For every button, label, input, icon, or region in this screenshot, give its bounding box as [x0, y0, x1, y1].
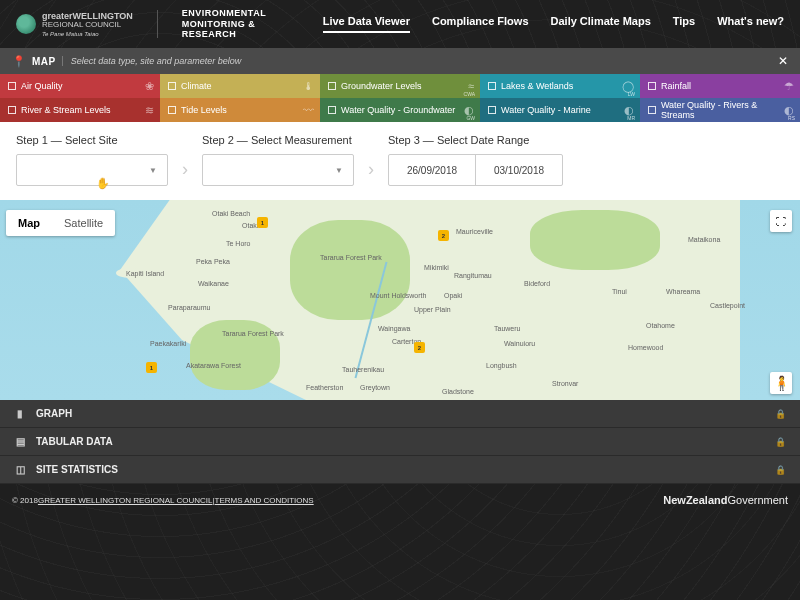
map-label: Homewood: [628, 344, 663, 351]
map-label: Kapiti Island: [126, 270, 164, 277]
category-label: Rainfall: [661, 81, 691, 91]
map-bar: 📍 MAP Select data type, site and paramet…: [0, 48, 800, 74]
category-water-quality-groundwater[interactable]: Water Quality - Groundwater◐GW: [320, 98, 480, 122]
date-range[interactable]: 26/09/2018 03/10/2018: [388, 154, 563, 186]
panel-label: GRAPH: [36, 408, 72, 419]
nav-item-daily-climate-maps[interactable]: Daily Climate Maps: [551, 15, 651, 33]
road-badge: 1: [146, 362, 157, 373]
org-sub: REGIONAL COUNCIL: [42, 20, 121, 29]
category-icon: 〰: [303, 104, 314, 116]
pin-icon: 📍: [12, 55, 26, 68]
panel-tabular-data[interactable]: ▤TABULAR DATA🔒: [0, 428, 800, 456]
map-label: Tinui: [612, 288, 627, 295]
category-groundwater-levels[interactable]: Groundwater Levels≈CWA: [320, 74, 480, 98]
site-select[interactable]: ▼: [16, 154, 168, 186]
fullscreen-button[interactable]: ⛶: [770, 210, 792, 232]
map-type-satellite[interactable]: Satellite: [52, 210, 115, 236]
measurement-select[interactable]: ▼: [202, 154, 354, 186]
category-water-quality-rivers-streams[interactable]: Water Quality - Rivers & Streams◐RS: [640, 98, 800, 122]
footer: © 2018 GREATER WELLINGTON REGIONAL COUNC…: [0, 484, 800, 516]
map-label: Upper Plain: [414, 306, 451, 313]
category-climate[interactable]: Climate🌡: [160, 74, 320, 98]
copyright: © 2018: [12, 496, 38, 505]
map-type-map[interactable]: Map: [6, 210, 52, 236]
nav-item-live-data-viewer[interactable]: Live Data Viewer: [323, 15, 410, 33]
map-label: Wainuioru: [504, 340, 535, 347]
step-1-label: Step 1 — Select Site: [16, 134, 168, 146]
map-label: Whareama: [666, 288, 700, 295]
nav-item-compliance-flows[interactable]: Compliance Flows: [432, 15, 529, 33]
category-rainfall[interactable]: Rainfall☂: [640, 74, 800, 98]
map-label: Te Horo: [226, 240, 251, 247]
panel-label: TABULAR DATA: [36, 436, 113, 447]
map-bar-label: MAP: [32, 56, 56, 67]
map-label: Waingawa: [378, 325, 410, 332]
map-label: Akatarawa Forest: [186, 362, 241, 369]
header: greaterWELLINGTON REGIONAL COUNCIL Te Pa…: [0, 0, 800, 48]
map-label: Otaki: [242, 222, 258, 229]
category-river-stream-levels[interactable]: River & Stream Levels≋: [0, 98, 160, 122]
panel-site-statistics[interactable]: ◫SITE STATISTICS🔒: [0, 456, 800, 484]
caret-down-icon: ▼: [335, 166, 343, 175]
road-badge: 2: [438, 230, 449, 241]
map-label: Tauweru: [494, 325, 520, 332]
category-label: Groundwater Levels: [341, 81, 422, 91]
panel-graph[interactable]: ▮GRAPH🔒: [0, 400, 800, 428]
chevron-right-icon: ›: [368, 159, 374, 180]
category-lakes-wetlands[interactable]: Lakes & Wetlands◯LW: [480, 74, 640, 98]
road-badge: 2: [414, 342, 425, 353]
category-air-quality[interactable]: Air Quality❀: [0, 74, 160, 98]
step-3-label: Step 3 — Select Date Range: [388, 134, 563, 146]
footer-terms-link[interactable]: TERMS AND CONDITIONS: [215, 496, 314, 505]
checkbox-icon: [8, 106, 16, 114]
map-type-toggle: Map Satellite: [6, 210, 115, 236]
map-bar-close[interactable]: ✕: [778, 54, 788, 68]
map-label: Otaki Beach: [212, 210, 250, 217]
footer-org-link[interactable]: GREATER WELLINGTON REGIONAL COUNCIL: [38, 496, 213, 505]
main-nav: Live Data ViewerCompliance FlowsDaily Cl…: [323, 15, 784, 33]
checkbox-icon: [328, 82, 336, 90]
pegman-icon[interactable]: 🧍: [770, 372, 792, 394]
category-label: River & Stream Levels: [21, 105, 111, 115]
nav-item-what-s-new-[interactable]: What's new?: [717, 15, 784, 33]
map-label: Otahome: [646, 322, 675, 329]
date-to[interactable]: 03/10/2018: [476, 155, 562, 185]
category-label: Water Quality - Rivers & Streams: [661, 100, 792, 120]
map-label: Bideford: [524, 280, 550, 287]
category-label: Water Quality - Marine: [501, 105, 591, 115]
step-2: Step 2 — Select Measurement ▼: [202, 134, 354, 186]
category-grid: Air Quality❀Climate🌡Groundwater Levels≈C…: [0, 74, 800, 122]
panel-icon: ▮: [14, 408, 26, 419]
category-label: Climate: [181, 81, 212, 91]
lock-icon: 🔒: [775, 437, 786, 447]
map-canvas[interactable]: Otaki BeachOtakiTe HoroPeka PekaWaikanae…: [0, 200, 800, 400]
checkbox-icon: [168, 82, 176, 90]
checkbox-icon: [328, 106, 336, 114]
nav-item-tips[interactable]: Tips: [673, 15, 695, 33]
category-label: Water Quality - Groundwater: [341, 105, 455, 115]
map-label: Featherston: [306, 384, 343, 391]
map-label: Gladstone: [442, 388, 474, 395]
category-water-quality-marine[interactable]: Water Quality - Marine◐MR: [480, 98, 640, 122]
checkbox-icon: [488, 82, 496, 90]
map-label: Rangitumau: [454, 272, 492, 279]
caret-down-icon: ▼: [149, 166, 157, 175]
category-label: Tide Levels: [181, 105, 227, 115]
checkbox-icon: [648, 82, 656, 90]
app-title: ENVIRONMENTAL MONITORING & RESEARCH: [182, 8, 266, 40]
map-label: Tararua Forest Park: [222, 330, 284, 337]
date-from[interactable]: 26/09/2018: [389, 155, 475, 185]
nz-government-logo: NewZealandGovernment: [663, 494, 788, 506]
map-label: Greytown: [360, 384, 390, 391]
category-tide-levels[interactable]: Tide Levels〰: [160, 98, 320, 122]
step-2-label: Step 2 — Select Measurement: [202, 134, 354, 146]
gw-logo[interactable]: greaterWELLINGTON REGIONAL COUNCIL Te Pa…: [16, 12, 133, 37]
checkbox-icon: [168, 106, 176, 114]
category-label: Air Quality: [21, 81, 63, 91]
map-label: Paekakariki: [150, 340, 186, 347]
map-label: Mataikona: [688, 236, 720, 243]
steps-row: Step 1 — Select Site ▼ › Step 2 — Select…: [0, 122, 800, 200]
panel-icon: ◫: [14, 464, 26, 475]
panel-icon: ▤: [14, 436, 26, 447]
chevron-right-icon: ›: [182, 159, 188, 180]
